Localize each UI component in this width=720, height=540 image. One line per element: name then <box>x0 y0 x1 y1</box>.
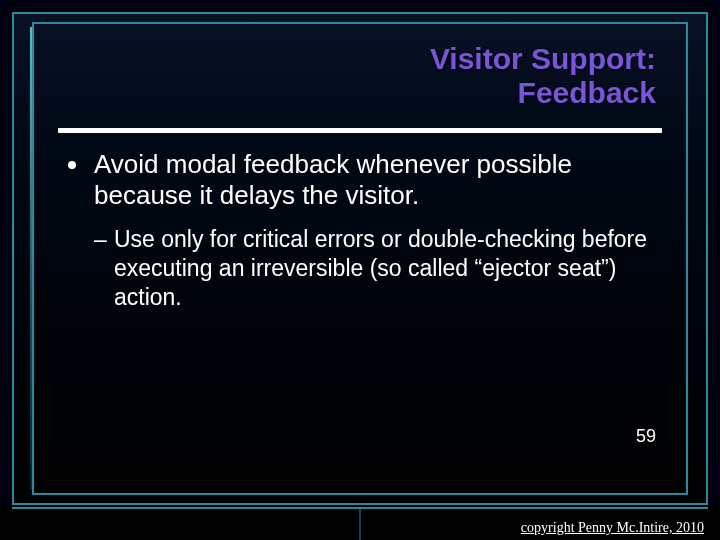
title-line-1: Visitor Support: <box>134 42 656 76</box>
bullet-1-text: Avoid modal feedback whenever possible b… <box>94 149 572 210</box>
bullet-dot-icon <box>68 161 76 169</box>
bullet-2-text: Use only for critical errors or double-c… <box>114 226 647 310</box>
slide: Visitor Support: Feedback Avoid modal fe… <box>0 0 720 540</box>
page-number: 59 <box>636 426 656 447</box>
footer: copyright Penny Mc.Intire, 2010 <box>0 505 720 540</box>
bullet-level-1: Avoid modal feedback whenever possible b… <box>68 149 652 211</box>
slide-title: Visitor Support: Feedback <box>134 42 656 109</box>
bullet-level-2: – Use only for critical errors or double… <box>94 225 652 311</box>
footer-divider <box>360 507 361 540</box>
inner-frame: Visitor Support: Feedback Avoid modal fe… <box>32 22 688 495</box>
copyright-text: copyright Penny Mc.Intire, 2010 <box>521 520 704 536</box>
outer-frame: Visitor Support: Feedback Avoid modal fe… <box>12 12 708 505</box>
slide-body: Avoid modal feedback whenever possible b… <box>68 149 652 312</box>
title-line-2: Feedback <box>134 76 656 110</box>
bullet-dash-icon: – <box>94 225 107 254</box>
title-underline <box>58 128 662 133</box>
